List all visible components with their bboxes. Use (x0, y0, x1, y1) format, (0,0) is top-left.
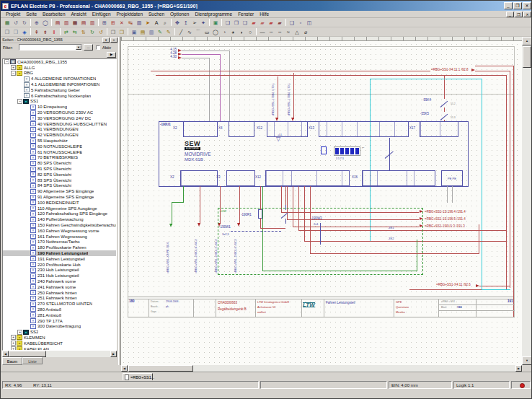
tree-item[interactable]: ≡20 VERSORGUNG 230V AC (3, 110, 116, 115)
tree-item[interactable]: ≡290 TP 177A (3, 318, 116, 324)
hscroll-thumb[interactable] (128, 365, 193, 372)
mdi-restore-button[interactable]: ❐ (515, 12, 523, 17)
scroll-left-icon[interactable]: ◀ (2, 351, 9, 357)
tree-item[interactable]: ≡220 Profibuskarte Hub (3, 262, 116, 268)
navigate-back-icon[interactable]: ↺ (12, 18, 20, 27)
tree-item[interactable]: ≡70 BETRIEBSKREIS (3, 155, 116, 161)
tree-item[interactable]: ≡280 Antistoß (3, 307, 116, 312)
terminal-strip-X2[interactable] (183, 121, 218, 137)
expand-toggle-icon[interactable]: + (11, 65, 16, 70)
highlight-2-icon[interactable]: ▰ (258, 18, 267, 27)
tree-item[interactable]: ≡10 Einspeisung (3, 104, 116, 110)
terminal-strip-X12[interactable] (265, 170, 350, 186)
style-diameter-icon[interactable]: ⌀ (301, 27, 310, 36)
tree-item[interactable]: ≡281 Antistoß (3, 312, 116, 318)
schematic-canvas[interactable]: 4.15 4.28 4.30 =RBG+SS1-X4:11:1 /92.8 =R… (121, 37, 522, 365)
paste-icon[interactable]: ▤ (138, 27, 147, 36)
tree-item[interactable]: ≡30 VERSORGUNG 24V DC (3, 115, 116, 121)
window-horizontal-icon[interactable]: ❏ (241, 18, 249, 27)
copy-format-icon[interactable]: ❐ (109, 27, 118, 36)
tree-item[interactable]: ≡180 Profibuskarte Fahren (3, 245, 116, 250)
terminal-strip-PE[interactable]: PE PE (441, 170, 463, 186)
menu-ansicht[interactable]: Ansicht (68, 12, 89, 17)
tree-item[interactable]: ≡300 Datenübertragung (3, 323, 116, 329)
paste-format-icon[interactable]: ❐ (118, 27, 126, 36)
terminal-strip-X13[interactable] (319, 121, 409, 137)
update-1-icon[interactable]: ↻ (88, 27, 97, 36)
mdi-minimize-button[interactable]: _ (506, 12, 514, 17)
tree-item[interactable]: +=KLEMMEN (3, 335, 116, 341)
minimize-button[interactable]: _ (504, 2, 513, 9)
tree-item[interactable]: ≡40 VERBINDUNG HUBSCHLITTEN (3, 121, 116, 127)
tree-item[interactable]: ≡240 Fahrwerk vorne (3, 279, 116, 284)
tree-item[interactable]: ≡91 Allgemeine SPS Eingänge (3, 194, 116, 200)
tree-item[interactable]: ≡4.1 ALLGEMEINE INFOMATIONEN (3, 82, 116, 87)
window-layout-3-icon[interactable]: ▦ (71, 18, 79, 27)
tree-item[interactable]: +●SS2 (3, 329, 116, 335)
find-in-project-icon[interactable]: ⌕ (161, 18, 169, 27)
draw-line-icon[interactable]: ╱ (177, 27, 185, 36)
select-tool-icon[interactable]: ➢ (190, 18, 199, 27)
tree-item[interactable]: +=KABELÜBERSICHT (3, 341, 116, 346)
style-solid-icon[interactable]: — (258, 27, 267, 36)
menu-bearbeiten[interactable]: Bearbeiten (40, 12, 68, 17)
mdi-close-button[interactable]: ✕ (523, 12, 531, 17)
device-navigator-icon[interactable]: ▥ (135, 18, 143, 27)
scroll-right-icon[interactable]: ▶ (110, 351, 117, 357)
draw-bezier-icon[interactable]: ⌒ (194, 27, 203, 36)
scroll-left-icon[interactable]: ◀ (121, 365, 128, 372)
smart-connect-icon[interactable]: ✦ (199, 18, 208, 27)
tree-item[interactable]: ≡241 Fahrwerk vorne (3, 284, 116, 290)
tree-item[interactable]: ≡81 SPS Übersicht (3, 166, 116, 172)
options-2-icon[interactable]: ▫ (296, 18, 305, 27)
maximize-button[interactable]: ❐ (513, 2, 522, 9)
update-2-icon[interactable]: ↺ (97, 27, 105, 36)
print-icon[interactable]: ◈ (20, 27, 29, 36)
window-layout-5-icon[interactable]: ▥ (88, 18, 97, 27)
draw-rectangle-icon[interactable]: ▭ (203, 27, 211, 36)
tree-item[interactable]: ≡55 Hauptschütz (3, 138, 116, 144)
tree-item[interactable]: ≡60 NOTAUSSCHLEIFE (3, 144, 116, 149)
tree-item[interactable]: ≡231 Hub Leistungsteil (3, 273, 116, 279)
tree-hscroll-thumb[interactable] (9, 351, 46, 357)
stop-icon[interactable]: ‖ (50, 27, 58, 36)
highlight-3-icon[interactable]: ▰ (267, 18, 275, 27)
tree-item[interactable]: ≡161 Fahren Wegmessung (3, 234, 116, 240)
menu-seite[interactable]: Seite (23, 12, 40, 17)
chevron-down-icon[interactable]: ▼ (76, 45, 81, 50)
vscroll-thumb[interactable] (523, 46, 531, 68)
panel-dropdown-icon[interactable]: ▼ (102, 38, 110, 43)
menu-einfügen[interactable]: Einfügen (89, 12, 114, 17)
close-page-icon[interactable]: ✕ (118, 18, 126, 27)
tree-item[interactable]: ≡82 SPS Übersicht (3, 172, 116, 177)
scroll-right-icon[interactable]: ▶ (515, 365, 522, 372)
tree-item[interactable]: ≡41 VERBINDUNGEN (3, 127, 116, 133)
tree-item[interactable]: ≡250 Fahrwerk hinten (3, 290, 116, 296)
edit-1-icon[interactable]: ✎ (156, 27, 164, 36)
edit-2-icon[interactable]: ✎ (164, 27, 173, 36)
copy-icon[interactable]: ▣ (130, 27, 138, 36)
page-up-icon[interactable]: ⇞ (32, 27, 41, 36)
terminal-strip-X12[interactable] (267, 121, 308, 137)
tree-item[interactable]: −=RBG (3, 71, 116, 76)
terminal-strip-X16[interactable] (362, 170, 435, 186)
tree-item[interactable]: ≡120 Fahrabschaltung SPS Eingänge (3, 211, 116, 217)
tree-item[interactable]: ≡80 SPS Übersicht (3, 160, 116, 166)
canvas-vscrollbar[interactable]: ▲ ▼ (522, 37, 532, 365)
move-symbol-icon[interactable]: ✥ (173, 18, 182, 27)
jump-reference-icon[interactable]: ↹ (126, 18, 135, 27)
filter-combobox[interactable]: ▼ (19, 44, 82, 51)
zoom-in-icon[interactable]: ⊕ (32, 18, 41, 27)
close-page-2-icon[interactable]: ❒ (12, 27, 20, 36)
pages-panel-header[interactable]: Seiten - CHA0000663_RBG_1355 ▼ ✕ (1, 37, 118, 43)
expand-toggle-icon[interactable]: + (11, 341, 16, 346)
tree-item[interactable]: +=ALLG (3, 65, 116, 71)
style-triangle-icon[interactable]: △ (293, 27, 301, 36)
tree-item[interactable]: ≡42 VERBINDUNGEN (3, 132, 116, 138)
draw-sector-icon[interactable]: ◗ (237, 27, 246, 36)
tree-item[interactable]: ≡100 BEDIENEINHEIT (3, 200, 116, 206)
menu-projekt[interactable]: Projekt (3, 12, 23, 17)
tab-baum[interactable]: Baum (2, 357, 22, 365)
tree-item[interactable]: ≡4 ALLGEMEINE INFOMATIONEN (3, 76, 116, 82)
page-down-icon[interactable]: ⇟ (41, 27, 50, 36)
